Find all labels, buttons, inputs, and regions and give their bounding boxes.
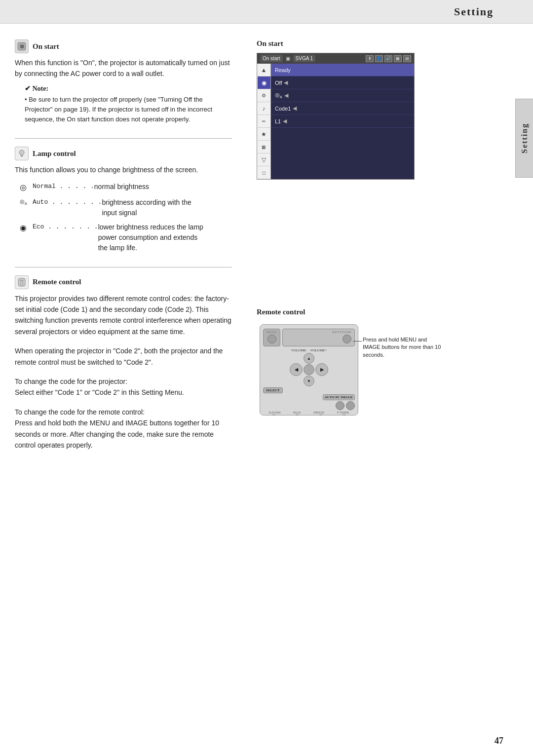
page-btn[interactable] — [293, 415, 302, 416]
dzoom-label: D.ZOOM — [269, 411, 281, 414]
volume-minus-label: VOLUME- — [291, 348, 307, 352]
menu-auto-value: ◎A — [275, 92, 282, 99]
menu-row-off: Off ◀ — [271, 76, 414, 89]
menu-l1-arrow: ◀ — [283, 118, 287, 124]
menu-header-label: On start — [260, 55, 283, 62]
down-button[interactable]: ▼ — [304, 376, 314, 386]
remote-para-1: This projector provides two different re… — [15, 293, 232, 338]
page-title: Setting — [454, 5, 494, 18]
on-start-heading: ⚙ On start — [15, 39, 232, 53]
remote-icon — [15, 275, 29, 289]
volume-plus-label: VOLUME+ — [310, 348, 327, 352]
remote-para-3: To change the code for the projector: — [15, 376, 232, 387]
auto-pc-row: AUTO PC IMAGE — [263, 394, 355, 400]
on-start-note: ✔ Note: • Be sure to turn the projector … — [25, 84, 232, 124]
menu-header-sep: ▣ — [286, 56, 290, 61]
svg-rect-4 — [21, 156, 23, 157]
right-column: On start On start ▣ SVGA 1 ⬇ 👤 🔊 ▦ ▤ — [247, 30, 515, 756]
remote-right-heading: Remote control — [257, 308, 505, 316]
lamp-list: ◎ Normal . . . . . normal brightness ◎A … — [20, 182, 232, 253]
lamp-control-label: Lamp control — [33, 150, 76, 158]
svg-point-7 — [20, 282, 22, 283]
up-button[interactable]: ▲ — [304, 353, 314, 364]
menu-off-arrow: ◀ — [284, 79, 288, 86]
on-start-menu: On start ▣ SVGA 1 ⬇ 👤 🔊 ▦ ▤ ▲ — [257, 53, 415, 180]
menu-l1-value: L1 — [275, 118, 281, 124]
lamp-item-normal: ◎ Normal . . . . . normal brightness — [20, 182, 232, 193]
center-button[interactable] — [304, 364, 314, 375]
freeze-label: FREEZE — [313, 411, 324, 414]
remote-para-2: When operating the projector in "Code 2"… — [15, 345, 232, 368]
menu-left-icon-pencil: ✏ — [258, 115, 270, 128]
page-label: PAGE — [293, 411, 301, 414]
remote-control-section: Remote control This projector provides t… — [15, 275, 232, 451]
remote-para-4: Select either "Code 1" or "Code 2" in th… — [15, 387, 232, 398]
auto-pc-label: AUTO PC IMAGE — [323, 394, 355, 400]
menu-body: ▲ ◉ ⚙ ♪ ✏ ★ ▦ ▽ ◻ Ready — [257, 64, 414, 179]
remote-top-row: MENU KEYSTONE — [263, 329, 355, 346]
svg-point-2 — [19, 150, 24, 155]
side-tab-label: Setting — [520, 123, 529, 153]
left-column: ⚙ On start When this function is "On", t… — [0, 30, 247, 756]
remote-body: MENU KEYSTONE — [260, 324, 358, 416]
menu-icon-1: ⬇ — [366, 55, 374, 62]
menu-code-arrow: ◀ — [293, 105, 297, 112]
image-btn[interactable] — [346, 401, 355, 410]
on-start-text: When this function is "On", the projecto… — [15, 57, 232, 79]
header-bar: Setting — [0, 0, 533, 24]
freeze-btn[interactable] — [316, 415, 325, 416]
lamp-normal-icon: ◎ — [20, 182, 30, 193]
menu-icon-5: ▤ — [403, 55, 411, 62]
bottom-row-labels: D.ZOOM PAGE FREEZE P-TIMER — [263, 411, 355, 416]
on-start-right-section: On start On start ▣ SVGA 1 ⬇ 👤 🔊 ▦ ▤ — [257, 39, 505, 180]
menu-button[interactable]: MENU — [263, 329, 280, 346]
auto-pc-btn[interactable] — [336, 401, 344, 410]
svg-point-8 — [22, 282, 24, 283]
menu-content-area: Ready Off ◀ ◎A ◀ Code1 ◀ — [271, 64, 414, 179]
remote-control-label: Remote control — [33, 278, 81, 286]
menu-row-code: Code1 ◀ — [271, 102, 414, 115]
side-tab: Setting — [515, 99, 533, 178]
lamp-eco-label: Eco . . . . . . . — [33, 222, 98, 232]
on-start-icon: ⚙ — [15, 39, 29, 53]
svg-rect-6 — [20, 280, 24, 281]
press-hold-annotation: Press and hold MENU and IMAGE buttons fo… — [360, 336, 444, 359]
menu-left-icon-circle: ◉ — [258, 76, 270, 89]
note-heading: ✔ Note: — [25, 84, 232, 93]
lamp-eco-desc: lower brightness reduces the lamppower c… — [98, 222, 232, 253]
menu-left-icon-down: ▽ — [258, 153, 270, 166]
menu-header-icons: ⬇ 👤 🔊 ▦ ▤ — [366, 55, 411, 62]
menu-left-icon-music: ♪ — [258, 102, 270, 115]
lamp-normal-desc: normal brightness — [94, 182, 232, 192]
page-number: 47 — [495, 736, 503, 746]
menu-left-icons: ▲ ◉ ⚙ ♪ ✏ ★ ▦ ▽ ◻ — [257, 64, 271, 179]
lamp-auto-icon: ◎A — [20, 197, 30, 207]
svg-point-9 — [20, 284, 22, 285]
left-button[interactable]: ◀ — [290, 363, 303, 376]
main-content: ⚙ On start When this function is "On", t… — [0, 30, 515, 756]
remote-dpad: VOLUME- VOLUME+ ◀ ▲ ▼ ▶ — [260, 348, 358, 386]
remote-select-row: SELECT — [263, 387, 355, 393]
remote-illustration: MENU KEYSTONE — [257, 321, 444, 425]
dzoom-btn[interactable] — [269, 415, 278, 416]
menu-icon-4: ▦ — [394, 55, 402, 62]
remote-para-5: To change the code for the remote contro… — [15, 407, 232, 417]
right-button[interactable]: ▶ — [315, 363, 328, 376]
auto-pc-buttons-row — [263, 401, 355, 410]
on-start-label: On start — [33, 42, 59, 51]
ptimer-btn[interactable] — [340, 415, 348, 416]
menu-header-mode: SVGA 1 — [293, 55, 316, 62]
svg-rect-5 — [18, 278, 25, 286]
lamp-control-heading: Lamp control — [15, 147, 232, 160]
menu-row-ready: Ready — [271, 64, 414, 76]
menu-left-icon-gear: ⚙ — [258, 89, 270, 102]
svg-rect-3 — [20, 155, 23, 156]
svg-point-10 — [22, 284, 24, 285]
select-button[interactable]: SELECT — [263, 387, 283, 393]
note-text: • Be sure to turn the projector off prop… — [25, 95, 232, 124]
menu-row-auto: ◎A ◀ — [271, 89, 414, 102]
on-start-right-heading: On start — [257, 39, 505, 48]
remote-control-heading: Remote control — [15, 275, 232, 289]
keystone-button[interactable]: KEYSTONE — [282, 329, 355, 346]
on-start-section: ⚙ On start When this function is "On", t… — [15, 39, 232, 124]
